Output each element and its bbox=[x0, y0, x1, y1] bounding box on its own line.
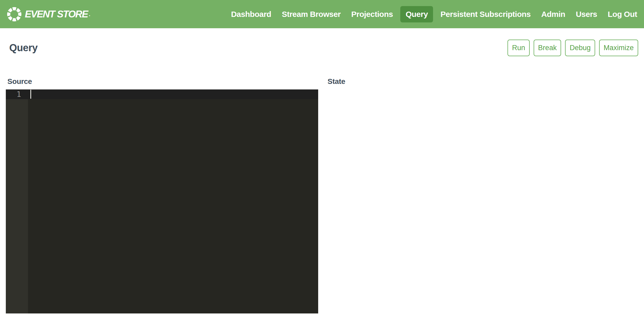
page-header: Query Run Break Debug Maximize bbox=[6, 40, 638, 56]
state-panel-body bbox=[326, 89, 638, 116]
nav-item-users[interactable]: Users bbox=[576, 10, 597, 19]
editor-code-area bbox=[28, 99, 318, 313]
panels-row: Source 1 State bbox=[6, 77, 638, 313]
top-navbar: EVENT STORE . Dashboard Stream Browser P… bbox=[0, 0, 644, 28]
break-button[interactable]: Break bbox=[534, 40, 561, 56]
text-cursor bbox=[30, 90, 31, 99]
line-number: 1 bbox=[6, 89, 28, 99]
nav-item-query[interactable]: Query bbox=[400, 6, 433, 22]
state-panel: State bbox=[326, 77, 638, 313]
run-button[interactable]: Run bbox=[507, 40, 530, 56]
nav-item-admin[interactable]: Admin bbox=[541, 10, 565, 19]
debug-button[interactable]: Debug bbox=[565, 40, 595, 56]
source-panel-label: Source bbox=[7, 77, 318, 86]
page-content: Query Run Break Debug Maximize Source 1 bbox=[0, 40, 644, 313]
event-store-ring-icon bbox=[7, 7, 22, 22]
source-panel: Source 1 bbox=[6, 77, 318, 313]
logo-wordmark: EVENT STORE bbox=[25, 9, 88, 20]
page-title: Query bbox=[9, 42, 37, 54]
editor-gutter bbox=[6, 99, 28, 313]
logo-trademark-dot: . bbox=[89, 11, 90, 17]
nav-item-persistent-subscriptions[interactable]: Persistent Subscriptions bbox=[440, 10, 530, 19]
maximize-button[interactable]: Maximize bbox=[599, 40, 638, 56]
editor-line-content bbox=[28, 89, 318, 99]
query-source-editor[interactable]: 1 bbox=[6, 89, 318, 313]
state-panel-label: State bbox=[328, 77, 638, 86]
event-store-logo[interactable]: EVENT STORE . bbox=[7, 7, 90, 22]
editor-active-line: 1 bbox=[6, 89, 318, 99]
nav-item-log-out[interactable]: Log Out bbox=[608, 10, 637, 19]
nav-item-stream-browser[interactable]: Stream Browser bbox=[282, 10, 341, 19]
nav-item-projections[interactable]: Projections bbox=[351, 10, 393, 19]
query-toolbar: Run Break Debug Maximize bbox=[507, 40, 638, 56]
nav-item-dashboard[interactable]: Dashboard bbox=[231, 10, 271, 19]
main-navigation: Dashboard Stream Browser Projections Que… bbox=[231, 6, 637, 22]
editor-body bbox=[6, 99, 318, 313]
